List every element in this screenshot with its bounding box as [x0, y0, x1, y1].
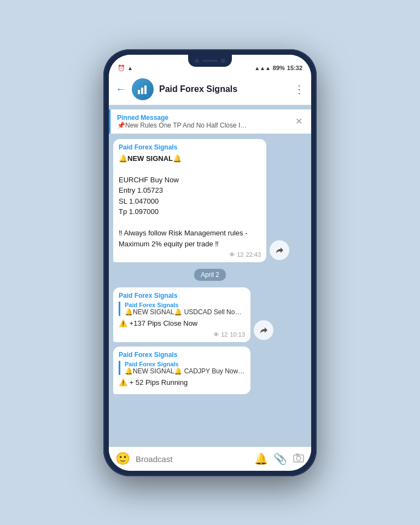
channel-avatar: [132, 78, 154, 100]
camera-notch: [188, 55, 232, 67]
fwd-preview-2: ⚠️ + 52 Pips Running: [119, 377, 245, 388]
signal-bars: ▲▲▲: [254, 65, 271, 71]
outer-sender-2: Paid Forex Signals: [119, 351, 245, 359]
pinned-close-button[interactable]: ✕: [293, 114, 305, 129]
front-camera: [221, 59, 225, 63]
chat-area: Pinned Message 📌New Rules One TP And No …: [109, 105, 311, 447]
view-count-1: 👁 12: [229, 251, 243, 258]
fwd-views-1: 👁 12: [213, 331, 228, 338]
signal-line-1: 🔔NEW SIGNAL🔔: [119, 154, 182, 163]
msg-time-1: 22:43: [246, 251, 261, 258]
message-meta-1: 👁 12 22:43: [119, 251, 261, 258]
more-options-button[interactable]: ⋮: [294, 83, 305, 96]
phone-screen: ⏰ ▲ ▲▲▲ 89% 15:32 ← Paid Forex Signals: [109, 55, 311, 471]
svg-rect-0: [138, 90, 140, 94]
fwd-inner-text-2: 🔔NEW SIGNAL🔔 CADJPY Buy Now Entr...: [125, 367, 245, 375]
signal-line-5: Tp 1.097000: [119, 207, 159, 216]
phone-frame: ⏰ ▲ ▲▲▲ 89% 15:32 ← Paid Forex Signals: [103, 49, 317, 476]
wifi-icon: ▲: [127, 65, 133, 71]
forward-button-2[interactable]: [254, 320, 273, 340]
date-divider: April 2: [109, 264, 311, 285]
forwarded-quote-2: Paid Forex Signals 🔔NEW SIGNAL🔔 CADJPY B…: [119, 361, 245, 375]
emoji-button[interactable]: 🙂: [115, 452, 130, 466]
forward-button-1[interactable]: [270, 240, 289, 260]
signal-line-2: EURCHF Buy Now: [119, 176, 179, 184]
date-badge: April 2: [194, 269, 226, 281]
back-button[interactable]: ←: [115, 83, 126, 95]
svg-rect-2: [144, 85, 147, 94]
bell-button[interactable]: 🔔: [254, 452, 268, 465]
outer-sender-1: Paid Forex Signals: [119, 292, 245, 299]
attach-button[interactable]: 📎: [273, 452, 287, 465]
input-bar: 🙂 🔔 📎: [109, 447, 311, 471]
forwarded-row-2: Paid Forex Signals Paid Forex Signals 🔔N…: [109, 344, 311, 397]
camera-dot: [195, 59, 199, 63]
signal-line-3: Entry 1.05723: [119, 186, 163, 194]
battery-level: 89%: [273, 65, 285, 71]
camera-button[interactable]: [293, 452, 305, 466]
forwarded-quote-1: Paid Forex Signals 🔔NEW SIGNAL🔔 USDCAD S…: [119, 302, 245, 316]
fwd-inner-sender-1: Paid Forex Signals: [125, 302, 245, 308]
svg-rect-1: [141, 88, 143, 94]
speaker: [202, 60, 218, 62]
signal-line-4: SL 1.047000: [119, 197, 159, 205]
channel-title: Paid Forex Signals: [159, 84, 288, 94]
chat-header: ← Paid Forex Signals ⋮: [109, 74, 311, 105]
message-bubble-1: Paid Forex Signals 🔔NEW SIGNAL🔔 EURCHF B…: [113, 139, 266, 263]
pinned-message-bar[interactable]: Pinned Message 📌New Rules One TP And No …: [109, 109, 311, 134]
fwd-inner-sender-2: Paid Forex Signals: [125, 361, 245, 367]
sender-name-1: Paid Forex Signals: [119, 143, 261, 151]
pinned-label: Pinned Message: [117, 114, 293, 122]
broadcast-input[interactable]: [136, 454, 249, 464]
signal-line-6: ‼️ Always follow Risk Management rules -…: [119, 229, 248, 248]
alarm-icon: ⏰: [118, 65, 125, 72]
pinned-content: Pinned Message 📌New Rules One TP And No …: [117, 114, 293, 129]
forwarded-bubble-1: Paid Forex Signals Paid Forex Signals 🔔N…: [113, 287, 250, 342]
status-right: ▲▲▲ 89% 15:32: [254, 65, 302, 71]
pinned-text: 📌New Rules One TP And No Half Close I wi…: [117, 122, 248, 129]
fwd-meta-1: 👁 12 10:13: [119, 331, 245, 338]
fwd-preview-1: ⚠️ +137 Pips Close Now: [119, 318, 245, 329]
status-left: ⏰ ▲: [118, 65, 133, 72]
svg-point-4: [296, 456, 301, 460]
forwarded-bubble-2: Paid Forex Signals Paid Forex Signals 🔔N…: [113, 347, 250, 395]
message-row-1: Paid Forex Signals 🔔NEW SIGNAL🔔 EURCHF B…: [109, 137, 311, 265]
time-display: 15:32: [287, 65, 302, 71]
fwd-inner-text-1: 🔔NEW SIGNAL🔔 USDCAD Sell Now Ent...: [125, 308, 245, 316]
message-text-1: 🔔NEW SIGNAL🔔 EURCHF Buy Now Entry 1.0572…: [119, 153, 261, 250]
forwarded-row-1: Paid Forex Signals Paid Forex Signals 🔔N…: [109, 285, 311, 344]
fwd-time-1: 10:13: [230, 331, 245, 338]
